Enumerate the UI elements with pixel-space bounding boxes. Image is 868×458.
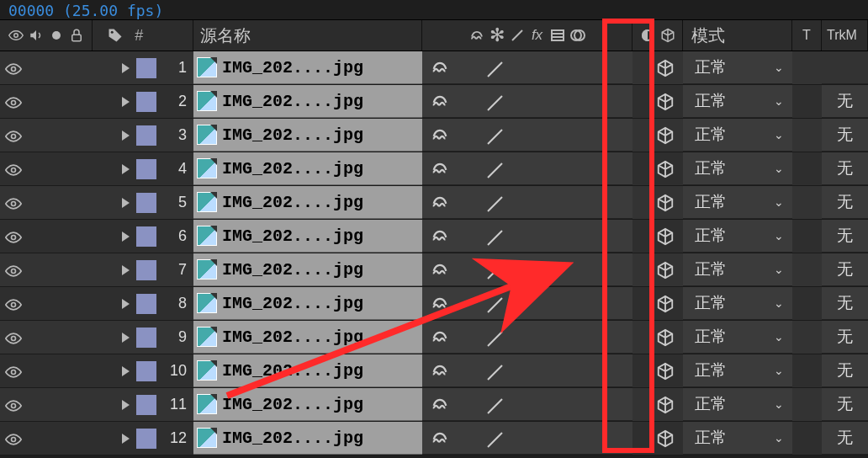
eye-icon[interactable] <box>5 330 20 345</box>
shy-switch[interactable] <box>431 226 449 245</box>
layer-row[interactable]: 6IMG_202....jpg正常⌄无 <box>0 220 868 253</box>
trkmat-cell[interactable]: 无 <box>822 119 868 152</box>
layer-color-swatch[interactable] <box>136 193 156 213</box>
quality-switch[interactable] <box>486 259 510 280</box>
source-name-cell[interactable]: IMG_202....jpg <box>193 220 422 253</box>
trkmat-cell[interactable]: 无 <box>822 422 868 455</box>
quality-switch[interactable] <box>486 327 510 347</box>
shy-switch[interactable] <box>431 92 449 110</box>
blend-mode-cell[interactable]: 正常⌄ <box>683 152 792 185</box>
t-cell[interactable] <box>792 152 822 185</box>
t-header[interactable]: T <box>792 20 822 51</box>
source-name-cell[interactable]: IMG_202....jpg <box>193 85 422 118</box>
expand-triangle-icon[interactable] <box>122 130 130 141</box>
eye-icon[interactable] <box>5 229 20 244</box>
expand-triangle-icon[interactable] <box>122 97 130 107</box>
source-name-cell[interactable]: IMG_202....jpg <box>193 119 422 152</box>
3d-layer-switch[interactable] <box>656 126 675 145</box>
trkmat-cell[interactable]: 无 <box>822 220 868 253</box>
expand-triangle-icon[interactable] <box>122 232 130 242</box>
3d-layer-switch[interactable] <box>656 295 675 313</box>
layer-row[interactable]: 11IMG_202....jpg正常⌄无 <box>0 388 868 422</box>
t-cell[interactable] <box>792 220 822 253</box>
layer-color-swatch[interactable] <box>136 260 156 280</box>
source-name-cell[interactable]: IMG_202....jpg <box>193 354 422 387</box>
source-name-cell[interactable]: IMG_202....jpg <box>193 388 422 421</box>
layer-row[interactable]: 10IMG_202....jpg正常⌄无 <box>0 354 868 388</box>
expand-triangle-icon[interactable] <box>122 299 130 309</box>
layer-row[interactable]: 3IMG_202....jpg正常⌄无 <box>0 119 868 152</box>
t-cell[interactable] <box>792 321 822 354</box>
shy-switch[interactable] <box>431 260 449 279</box>
layer-color-swatch[interactable] <box>136 159 156 179</box>
layer-row[interactable]: 2IMG_202....jpg正常⌄无 <box>0 85 868 119</box>
expand-triangle-icon[interactable] <box>122 366 130 376</box>
eye-icon[interactable] <box>5 162 20 177</box>
blend-mode-cell[interactable]: 正常⌄ <box>683 51 792 84</box>
t-cell[interactable] <box>792 119 822 152</box>
shy-switch[interactable] <box>431 328 449 346</box>
layer-row[interactable]: 8IMG_202....jpg正常⌄无 <box>0 287 868 321</box>
eye-icon[interactable] <box>5 397 20 413</box>
eye-icon[interactable] <box>5 364 20 379</box>
layer-color-swatch[interactable] <box>136 226 156 247</box>
shy-switch[interactable] <box>431 125 449 144</box>
expand-triangle-icon[interactable] <box>122 400 130 410</box>
eye-icon[interactable] <box>5 431 20 446</box>
layer-row[interactable]: 7IMG_202....jpg正常⌄无 <box>0 253 868 287</box>
3d-layer-switch[interactable] <box>656 328 675 347</box>
3d-layer-switch[interactable] <box>656 261 675 280</box>
blend-mode-cell[interactable]: 正常⌄ <box>683 287 792 320</box>
eye-icon[interactable] <box>5 94 20 109</box>
source-name-cell[interactable]: IMG_202....jpg <box>193 51 422 84</box>
trkmat-cell[interactable]: 无 <box>822 253 868 286</box>
shy-switch[interactable] <box>431 395 449 413</box>
3d-layer-switch[interactable] <box>656 93 675 111</box>
blend-mode-cell[interactable]: 正常⌄ <box>683 253 792 286</box>
quality-switch[interactable] <box>486 226 510 246</box>
blend-mode-cell[interactable]: 正常⌄ <box>683 220 792 253</box>
3d-layer-switch[interactable] <box>656 59 675 77</box>
blend-mode-cell[interactable]: 正常⌄ <box>683 85 792 118</box>
shy-switch[interactable] <box>431 193 449 211</box>
trkmat-cell[interactable]: 无 <box>822 186 868 219</box>
trkmat-cell[interactable]: 无 <box>822 287 868 320</box>
quality-switch[interactable] <box>486 428 510 448</box>
layer-color-swatch[interactable] <box>136 294 156 314</box>
expand-triangle-icon[interactable] <box>122 164 130 174</box>
layer-color-swatch[interactable] <box>136 58 156 78</box>
source-name-cell[interactable]: IMG_202....jpg <box>193 253 422 286</box>
trkmat-cell[interactable]: 无 <box>822 321 868 354</box>
t-cell[interactable] <box>792 354 822 387</box>
3d-layer-switch[interactable] <box>656 396 675 414</box>
shy-switch[interactable] <box>431 58 449 77</box>
layer-color-swatch[interactable] <box>136 92 156 112</box>
quality-switch[interactable] <box>486 394 510 414</box>
source-name-cell[interactable]: IMG_202....jpg <box>193 287 422 320</box>
3d-layer-switch[interactable] <box>656 362 675 381</box>
trkmat-cell[interactable]: 无 <box>822 388 868 421</box>
expand-triangle-icon[interactable] <box>122 63 130 73</box>
layer-row[interactable]: 4IMG_202....jpg正常⌄无 <box>0 152 868 186</box>
quality-switch[interactable] <box>486 125 510 145</box>
t-cell[interactable] <box>792 287 822 320</box>
3d-layer-switch[interactable] <box>656 429 675 448</box>
blend-mode-cell[interactable]: 正常⌄ <box>683 119 792 152</box>
trkmat-cell[interactable]: 无 <box>822 354 868 387</box>
blend-mode-cell[interactable]: 正常⌄ <box>683 186 792 219</box>
expand-triangle-icon[interactable] <box>122 198 130 208</box>
quality-switch[interactable] <box>486 192 510 212</box>
t-cell[interactable] <box>792 85 822 118</box>
quality-switch[interactable] <box>486 360 510 381</box>
source-name-cell[interactable]: IMG_202....jpg <box>193 152 422 185</box>
layer-row[interactable]: 1IMG_202....jpg正常⌄ <box>0 51 868 85</box>
source-name-cell[interactable]: IMG_202....jpg <box>193 186 422 219</box>
quality-switch[interactable] <box>486 57 510 77</box>
shy-switch[interactable] <box>431 159 449 178</box>
t-cell[interactable] <box>792 186 822 219</box>
trkmat-cell[interactable]: 无 <box>822 152 868 185</box>
eye-icon[interactable] <box>5 296 20 312</box>
shy-switch[interactable] <box>431 429 449 447</box>
blend-mode-cell[interactable]: 正常⌄ <box>683 321 792 354</box>
source-name-cell[interactable]: IMG_202....jpg <box>193 422 422 455</box>
